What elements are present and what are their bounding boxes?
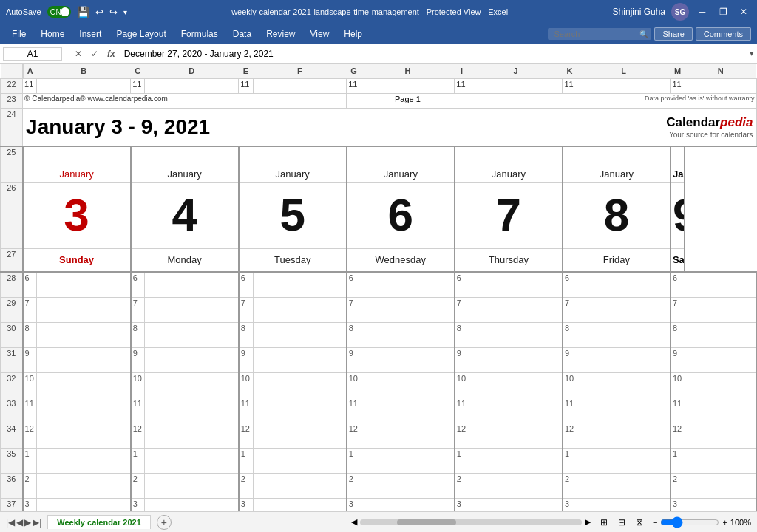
cell-j30[interactable]	[469, 322, 563, 347]
cell-d33[interactable]	[145, 398, 239, 423]
cell-day2-num[interactable]: 4	[131, 182, 239, 248]
cell-a29[interactable]: 7	[23, 297, 37, 322]
cell-g37[interactable]: 3	[347, 498, 361, 511]
formula-confirm-icon[interactable]: ✓	[88, 49, 101, 59]
cell-reference-input[interactable]	[3, 47, 62, 61]
cell-j32[interactable]	[469, 372, 563, 398]
col-header-m[interactable]: M	[671, 64, 685, 78]
cell-copyright[interactable]: © Calendarpedia® www.calendarpedia.com	[23, 93, 347, 108]
cell-c30[interactable]: 8	[131, 322, 145, 347]
cell-m36[interactable]: 2	[671, 473, 685, 498]
cell-day4-dow[interactable]: Wednesday	[347, 248, 455, 272]
cell-i36[interactable]: 2	[455, 473, 469, 498]
cell-m22[interactable]: 11	[671, 78, 685, 93]
cell-e29[interactable]: 7	[239, 297, 253, 322]
cell-day4-num[interactable]: 6	[347, 182, 455, 248]
cell-m37[interactable]: 3	[671, 498, 685, 511]
cell-a36[interactable]: 2	[23, 473, 37, 498]
sheet-prev-arrow[interactable]: ◀	[16, 517, 23, 528]
user-avatar[interactable]: SG	[671, 3, 689, 21]
cell-c31[interactable]: 9	[131, 347, 145, 372]
sheet-next-arrow[interactable]: ▶	[24, 517, 31, 528]
cell-e28[interactable]: 6	[239, 272, 253, 297]
cell-h32[interactable]	[361, 372, 455, 398]
cell-b29[interactable]	[37, 297, 131, 322]
cell-day1-num[interactable]: 3	[23, 182, 131, 248]
cell-f36[interactable]	[253, 473, 347, 498]
col-header-j[interactable]: J	[469, 64, 563, 78]
col-header-c[interactable]: C	[131, 64, 145, 78]
save-icon[interactable]: 💾	[77, 6, 89, 18]
cell-calendar-title[interactable]: January 3 - 9, 2021	[23, 108, 577, 146]
sheet-first-arrow[interactable]: |◀	[6, 517, 15, 528]
cell-c34[interactable]: 12	[131, 423, 145, 448]
cell-n22[interactable]	[685, 78, 756, 93]
cell-f37[interactable]	[253, 498, 347, 511]
cell-g30[interactable]: 8	[347, 322, 361, 347]
cell-e37[interactable]: 3	[239, 498, 253, 511]
cell-j29[interactable]	[469, 297, 563, 322]
cell-d36[interactable]	[145, 473, 239, 498]
cell-e34[interactable]: 12	[239, 423, 253, 448]
cell-i30[interactable]: 8	[455, 322, 469, 347]
cell-f29[interactable]	[253, 297, 347, 322]
cell-c28[interactable]: 6	[131, 272, 145, 297]
cell-h31[interactable]	[361, 347, 455, 372]
menu-page-layout[interactable]: Page Layout	[110, 27, 172, 41]
cell-day4-month[interactable]: January	[347, 146, 455, 182]
cell-e33[interactable]: 11	[239, 398, 253, 423]
menu-data[interactable]: Data	[227, 27, 257, 41]
cell-l35[interactable]	[577, 448, 671, 473]
cell-n30[interactable]	[685, 322, 756, 347]
cell-j33[interactable]	[469, 398, 563, 423]
cell-m32[interactable]: 10	[671, 372, 685, 398]
scroll-thumb[interactable]	[397, 519, 456, 525]
cell-k33[interactable]: 11	[563, 398, 577, 423]
cell-e31[interactable]: 9	[239, 347, 253, 372]
formula-fx-icon[interactable]: fx	[104, 49, 118, 59]
cell-l37[interactable]	[577, 498, 671, 511]
cell-l36[interactable]	[577, 473, 671, 498]
scroll-track[interactable]	[360, 519, 582, 525]
normal-view-button[interactable]: ⊞	[597, 515, 611, 530]
autosave-toggle[interactable]: ON	[47, 6, 71, 18]
cell-g22[interactable]: 11	[347, 78, 361, 93]
cell-logo[interactable]: Calendarpedia Your source for calendars	[577, 108, 756, 146]
cell-a22[interactable]: 11	[23, 78, 37, 93]
cell-j31[interactable]	[469, 347, 563, 372]
cell-d29[interactable]	[145, 297, 239, 322]
cell-f28[interactable]	[253, 272, 347, 297]
cell-h34[interactable]	[361, 423, 455, 448]
cell-j37[interactable]	[469, 498, 563, 511]
zoom-slider[interactable]	[660, 516, 719, 528]
cell-e36[interactable]: 2	[239, 473, 253, 498]
cell-l22[interactable]	[577, 78, 671, 93]
cell-n31[interactable]	[685, 347, 756, 372]
cell-b35[interactable]	[37, 448, 131, 473]
cell-m31[interactable]: 9	[671, 347, 685, 372]
cell-f33[interactable]	[253, 398, 347, 423]
col-header-d[interactable]: D	[145, 64, 239, 78]
cell-disclaimer[interactable]: Data provided 'as is' without warranty	[469, 93, 756, 108]
col-header-a[interactable]: A	[23, 64, 37, 78]
cell-l32[interactable]	[577, 372, 671, 398]
cell-b37[interactable]	[37, 498, 131, 511]
cell-f30[interactable]	[253, 322, 347, 347]
cell-a35[interactable]: 1	[23, 448, 37, 473]
zoom-in-button[interactable]: +	[722, 518, 727, 527]
cell-h33[interactable]	[361, 398, 455, 423]
cell-n35[interactable]	[685, 448, 756, 473]
col-header-b[interactable]: B	[37, 64, 131, 78]
cell-c32[interactable]: 10	[131, 372, 145, 398]
cell-i37[interactable]: 3	[455, 498, 469, 511]
cell-c33[interactable]: 11	[131, 398, 145, 423]
cell-a37[interactable]: 3	[23, 498, 37, 511]
cell-h29[interactable]	[361, 297, 455, 322]
cell-a31[interactable]: 9	[23, 347, 37, 372]
cell-page[interactable]: Page 1	[347, 93, 469, 108]
cell-c37[interactable]: 3	[131, 498, 145, 511]
cell-n32[interactable]	[685, 372, 756, 398]
minimize-button[interactable]: ─	[695, 4, 710, 19]
cell-k28[interactable]: 6	[563, 272, 577, 297]
col-header-k[interactable]: K	[563, 64, 577, 78]
